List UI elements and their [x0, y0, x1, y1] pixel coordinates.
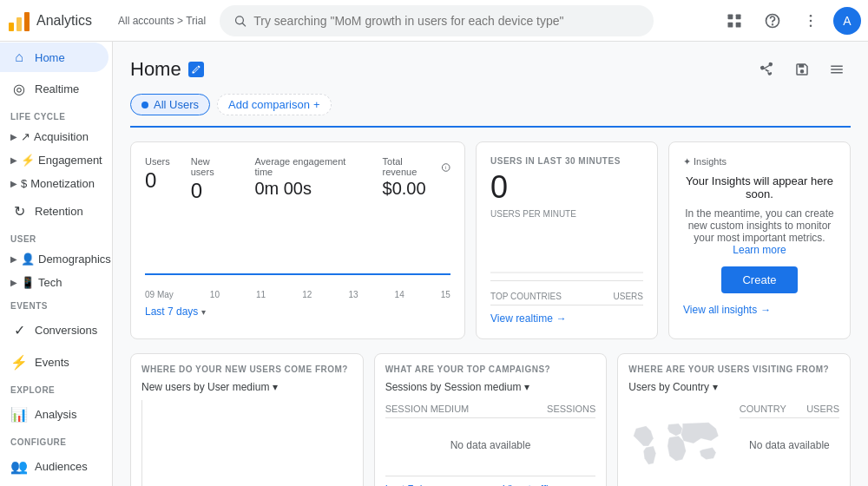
view-realtime-link[interactable]: View realtime →	[490, 312, 643, 325]
view-all-insights-link[interactable]: View all insights →	[683, 304, 836, 316]
chart-label-5: 14	[395, 290, 404, 299]
sidebar-tech-label: Tech	[38, 276, 62, 289]
insights-unlock-label: ✦ Insights	[683, 156, 836, 167]
chevron-down-icon2: ▾	[524, 381, 529, 393]
sidebar-item-conversions[interactable]: ✓ Conversions	[0, 315, 108, 345]
sessions-label: SESSIONS	[547, 404, 595, 414]
sidebar-engagement-label: Engagement	[38, 154, 102, 167]
realtime-section-label: USERS IN LAST 30 MINUTES	[490, 156, 643, 166]
new-users-chart-selector[interactable]: New users by User medium ▾	[141, 381, 352, 393]
avatar[interactable]: A	[833, 7, 861, 35]
svg-point-3	[236, 16, 244, 23]
sidebar-realtime-label: Realtime	[35, 82, 79, 95]
sidebar-item-audiences[interactable]: 👥 Audiences	[0, 451, 108, 482]
sidebar-item-acquisition[interactable]: ▶ ↗ Acquisition	[0, 125, 112, 148]
chevron-down-icon3: ▾	[713, 381, 718, 393]
rt-countries-label: TOP COUNTRIES	[490, 292, 562, 301]
search-bar[interactable]	[220, 5, 654, 36]
rt-table-header: TOP COUNTRIES USERS	[490, 288, 643, 305]
session-medium-label: SESSION MEDIUM	[385, 404, 470, 414]
total-revenue-value: $0.00	[383, 179, 450, 199]
countries-content: COUNTRY USERS No data available	[628, 400, 839, 486]
svg-rect-2	[24, 12, 30, 31]
expand-icon4: ▶	[10, 254, 17, 264]
svg-point-12	[810, 19, 812, 22]
sidebar-item-home[interactable]: ⌂ Home	[0, 43, 108, 72]
learn-more-link[interactable]: Learn more	[733, 244, 786, 256]
page-title-row: Home	[130, 58, 204, 81]
lifecycle-section-label: LIFE CYCLE	[0, 105, 112, 125]
help-button[interactable]	[757, 5, 788, 36]
realtime-icon: ◎	[10, 81, 28, 97]
countries-chart-selector[interactable]: Users by Country ▾	[628, 381, 839, 393]
line-chart-svg	[145, 213, 450, 283]
filter-dot	[141, 102, 148, 108]
campaigns-card-bottom: Last 7 days View traffic acq... →	[385, 476, 596, 486]
sidebar-item-demographics[interactable]: ▶ 👤 Demographics	[0, 247, 112, 271]
rt-chart-svg	[490, 229, 643, 277]
search-input[interactable]	[253, 14, 640, 28]
svg-rect-5	[728, 14, 733, 19]
svg-line-4	[242, 23, 246, 26]
apps-button[interactable]	[719, 5, 750, 36]
monetization-icon: $	[21, 177, 27, 190]
countries-no-data: No data available	[740, 422, 839, 469]
view-realtime-label: View realtime	[490, 312, 553, 325]
more-options-button[interactable]	[795, 5, 826, 36]
sidebar-item-analysis[interactable]: 📊 Analysis	[0, 399, 108, 430]
expand-icon: ▶	[10, 132, 17, 141]
breadcrumb: All accounts > Trial	[118, 15, 206, 27]
save-report-button[interactable]	[788, 56, 816, 83]
home-icon: ⌂	[10, 49, 28, 65]
sidebar-audiences-label: Audiences	[35, 460, 88, 473]
sidebar-item-retention[interactable]: ↻ Retention	[0, 196, 108, 227]
sidebar-item-monetization[interactable]: ▶ $ Monetization	[0, 172, 112, 195]
explore-section-label: EXPLORE	[0, 378, 112, 398]
avg-engagement-metric: Average engagement time 0m 00s	[254, 156, 361, 203]
realtime-value: 0	[490, 169, 643, 206]
add-comparison-button[interactable]: Add comparison +	[217, 94, 332, 115]
total-revenue-metric: Total revenue i $0.00	[383, 156, 450, 203]
total-revenue-label: Total revenue	[383, 156, 437, 177]
realtime-per-minute-label: USERS PER MINUTE	[490, 209, 643, 219]
chart-label-1: 10	[210, 290, 220, 299]
sidebar-home-label: Home	[35, 51, 65, 64]
countries-table: COUNTRY USERS No data available	[740, 400, 839, 486]
insights-description: In the meantime, you can create new cust…	[683, 207, 836, 256]
svg-rect-8	[736, 22, 741, 27]
create-insight-button[interactable]: Create	[721, 266, 797, 293]
chart-labels: 09 May 10 11 12 13 14 15	[145, 290, 450, 299]
users-label: Users	[145, 156, 170, 167]
sidebar-item-events[interactable]: ⚡ Events	[0, 347, 108, 378]
dropdown-arrow: ▾	[201, 307, 206, 317]
edit-page-icon[interactable]	[188, 62, 204, 77]
insights-appear-label: Your Insights will appear here soon.	[683, 174, 836, 200]
countries-section-label: WHERE ARE YOUR USERS VISITING FROM?	[628, 364, 839, 374]
users-value: 0	[145, 168, 170, 193]
main-layout: ⌂ Home ◎ Realtime LIFE CYCLE ▶ ↗ Acquisi…	[0, 42, 868, 486]
avg-engagement-value: 0m 00s	[254, 179, 361, 199]
sidebar-item-engagement[interactable]: ▶ ⚡ Engagement	[0, 148, 112, 172]
retention-icon: ↻	[10, 203, 28, 220]
sidebar-conversions-label: Conversions	[35, 324, 97, 337]
sidebar-item-tech[interactable]: ▶ 📱 Tech	[0, 271, 112, 294]
campaigns-chart-selector[interactable]: Sessions by Session medium ▾	[385, 381, 596, 393]
main-stats-card: Users 0 New users 0 Average engagement t…	[130, 141, 465, 339]
all-users-filter[interactable]: All Users	[130, 94, 210, 115]
svg-rect-6	[736, 14, 741, 19]
last-7-days-selector[interactable]: Last 7 days	[145, 305, 198, 318]
new-users-bar-chart	[141, 400, 352, 486]
countries-table-header: COUNTRY USERS	[740, 400, 839, 418]
chart-label-0: 09 May	[145, 290, 174, 299]
svg-rect-1	[16, 17, 22, 31]
new-users-metric: New users 0	[191, 156, 234, 203]
topbar-right: A	[719, 5, 861, 36]
expand-icon3: ▶	[10, 179, 17, 188]
share-report-button[interactable]	[753, 56, 781, 83]
chart-label-4: 13	[348, 290, 358, 299]
sidebar-acquisition-label: Acquisition	[34, 130, 89, 143]
campaigns-section-label: WHAT ARE YOUR TOP CAMPAIGNS?	[385, 364, 596, 374]
sidebar-item-realtime[interactable]: ◎ Realtime	[0, 74, 108, 104]
sidebar-demographics-label: Demographics	[38, 253, 111, 266]
customize-button[interactable]	[823, 56, 851, 83]
